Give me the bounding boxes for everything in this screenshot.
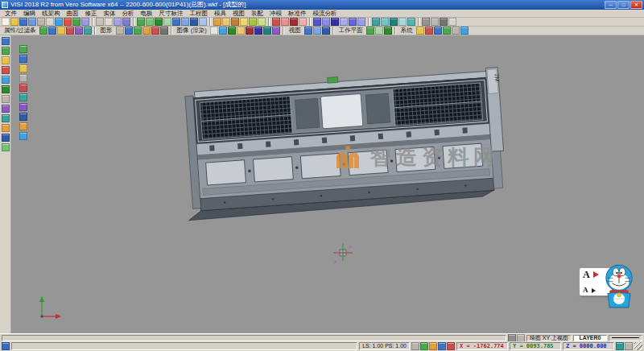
- left-dock-icon[interactable]: [2, 114, 10, 122]
- attribute-filter-icon[interactable]: [57, 27, 65, 35]
- render-icon[interactable]: [228, 27, 236, 35]
- analysis-icon[interactable]: [340, 18, 348, 26]
- snap-toggle-icon[interactable]: [429, 342, 437, 350]
- left-dock-icon[interactable]: [2, 66, 10, 74]
- machining-icon[interactable]: [407, 18, 415, 26]
- menu-item[interactable]: 模流分析: [310, 10, 341, 18]
- render-icon[interactable]: [272, 27, 280, 35]
- attribute-filter-icon[interactable]: [39, 27, 47, 35]
- menu-item[interactable]: 冲模: [266, 10, 285, 18]
- render-icon[interactable]: [210, 27, 218, 35]
- resize-grip[interactable]: [634, 342, 642, 350]
- attribute-filter-icon[interactable]: [48, 27, 56, 35]
- wireframe-icon[interactable]: [155, 18, 163, 26]
- machining-icon[interactable]: [398, 18, 407, 26]
- wireframe-icon[interactable]: [163, 18, 171, 26]
- floating-tool-icon[interactable]: [19, 93, 27, 101]
- wireframe-icon[interactable]: [146, 18, 154, 26]
- minimize-button[interactable]: ─: [605, 1, 617, 9]
- misc-icon[interactable]: [440, 18, 448, 26]
- solid-icon[interactable]: [272, 18, 280, 26]
- file-icon[interactable]: [2, 18, 10, 26]
- analysis-icon[interactable]: [322, 18, 330, 26]
- file-icon[interactable]: [64, 18, 72, 26]
- views-icon[interactable]: [304, 27, 312, 35]
- prompt-field[interactable]: [2, 335, 506, 341]
- menu-item[interactable]: 模具: [211, 10, 229, 18]
- wireframe-icon[interactable]: [181, 18, 189, 26]
- file-icon[interactable]: [81, 18, 89, 26]
- menu-item[interactable]: 装配: [248, 10, 266, 18]
- surface-icon[interactable]: [213, 18, 221, 26]
- left-dock-icon[interactable]: [2, 105, 10, 113]
- surface-icon[interactable]: [249, 18, 257, 26]
- render-icon[interactable]: [263, 27, 271, 35]
- misc-icon[interactable]: [422, 18, 430, 26]
- analysis-icon[interactable]: [357, 18, 365, 26]
- solid-icon[interactable]: [281, 18, 289, 26]
- system-icon[interactable]: [452, 27, 460, 35]
- machining-icon[interactable]: [381, 18, 389, 26]
- status-end-icon[interactable]: [625, 342, 633, 350]
- left-dock-icon[interactable]: [2, 37, 10, 45]
- file-icon[interactable]: [72, 18, 80, 26]
- system-icon[interactable]: [443, 27, 451, 35]
- file-icon[interactable]: [37, 18, 45, 26]
- surface-icon[interactable]: [231, 18, 239, 26]
- machining-icon[interactable]: [372, 18, 380, 26]
- floating-tool-icon[interactable]: [19, 122, 27, 130]
- floating-tool-icon[interactable]: [19, 132, 27, 140]
- file-icon[interactable]: [10, 18, 19, 26]
- floating-tool-icon[interactable]: [19, 64, 27, 72]
- snap-toggle-icon[interactable]: [438, 342, 446, 350]
- wireframe-icon[interactable]: [190, 18, 198, 26]
- left-dock-icon[interactable]: [2, 143, 10, 151]
- floating-tool-icon[interactable]: [19, 113, 27, 121]
- menu-item[interactable]: 编辑: [20, 10, 39, 18]
- close-button[interactable]: ✕: [630, 1, 642, 9]
- render-icon[interactable]: [246, 27, 254, 35]
- attribute-filter-icon[interactable]: [66, 27, 74, 35]
- workplane-icon[interactable]: [366, 27, 374, 35]
- floating-tool-icon[interactable]: [19, 55, 27, 63]
- left-dock-icon[interactable]: [2, 56, 10, 64]
- linetype-selector[interactable]: [609, 335, 642, 341]
- status-aux-icon[interactable]: [508, 334, 516, 342]
- menu-item[interactable]: 尺寸标注: [156, 10, 187, 18]
- menu-item[interactable]: 文件: [2, 10, 20, 18]
- views-icon[interactable]: [313, 27, 321, 35]
- system-icon[interactable]: [434, 27, 442, 35]
- graphics-icon[interactable]: [125, 27, 133, 35]
- viewport[interactable]: 2M z z: [11, 35, 644, 333]
- file-icon[interactable]: [55, 18, 63, 26]
- edit-icon[interactable]: [105, 18, 113, 26]
- left-dock-icon[interactable]: [2, 124, 10, 132]
- graphics-icon[interactable]: [134, 27, 142, 35]
- misc-icon[interactable]: [448, 18, 456, 26]
- file-icon[interactable]: [28, 18, 36, 26]
- surface-icon[interactable]: [222, 18, 230, 26]
- machining-icon[interactable]: [390, 18, 398, 26]
- snap-toggle-icon[interactable]: [447, 342, 455, 350]
- views-icon[interactable]: [322, 27, 330, 35]
- misc-icon[interactable]: [431, 18, 439, 26]
- status-end-icon[interactable]: [616, 342, 624, 350]
- command-input[interactable]: [11, 342, 357, 350]
- menu-item[interactable]: 实体: [101, 10, 119, 18]
- edit-icon[interactable]: [114, 18, 122, 26]
- wireframe-icon[interactable]: [172, 18, 180, 26]
- file-icon[interactable]: [19, 18, 27, 26]
- render-icon[interactable]: [254, 27, 262, 35]
- menu-item[interactable]: 曲面: [64, 10, 82, 18]
- attribute-filter-icon[interactable]: [84, 27, 92, 35]
- menu-item[interactable]: 修正: [82, 10, 101, 18]
- system-icon[interactable]: [416, 27, 424, 35]
- workplane-icon[interactable]: [384, 27, 392, 35]
- menu-item[interactable]: 工程图: [187, 10, 212, 18]
- analysis-icon[interactable]: [349, 18, 357, 26]
- left-dock-icon[interactable]: [2, 85, 10, 93]
- left-dock-icon[interactable]: [2, 134, 10, 142]
- snap-toggle-icon[interactable]: [420, 342, 428, 350]
- maximize-button[interactable]: □: [617, 1, 630, 9]
- graphics-icon[interactable]: [142, 27, 151, 35]
